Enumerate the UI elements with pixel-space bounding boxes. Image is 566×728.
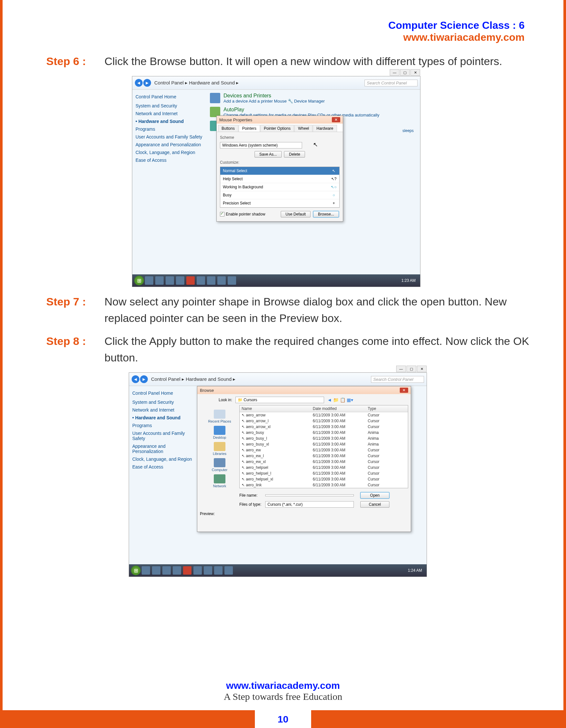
taskbar-icon[interactable] <box>228 276 236 285</box>
tab-wheel[interactable]: Wheel <box>294 125 312 132</box>
filename-input[interactable] <box>265 494 354 496</box>
taskbar-icon[interactable] <box>166 276 174 285</box>
taskbar-icon[interactable] <box>217 276 226 285</box>
file-list[interactable]: Name Date modified Type ↖ aero_arrow6/11… <box>239 405 408 488</box>
forward-button[interactable]: ► <box>140 375 148 383</box>
tab-pointer-options[interactable]: Pointer Options <box>261 125 294 132</box>
place-desktop[interactable]: Desktop <box>202 426 238 439</box>
file-row[interactable]: ↖ aero_busy_xl6/11/2009 3:00 AMAnima <box>240 441 408 447</box>
file-row[interactable]: ↖ aero_arrow_l6/11/2009 3:00 AMCursor <box>240 418 408 424</box>
sidebar-item[interactable]: System and Security <box>136 103 204 108</box>
taskbar-clock[interactable]: 1:24 AM <box>408 568 425 573</box>
file-row[interactable]: ↖ aero_arrow6/11/2009 3:00 AMCursor <box>240 412 408 418</box>
delete-button[interactable]: Delete <box>284 151 305 158</box>
pointer-item[interactable]: Busy○ <box>220 191 339 199</box>
file-row[interactable]: ↖ aero_helpsel6/11/2009 3:00 AMCursor <box>240 465 408 470</box>
sidebar-item-active[interactable]: •Hardware and Sound <box>132 415 194 420</box>
minimize-button[interactable]: — <box>390 69 399 76</box>
maximize-button[interactable]: ▢ <box>406 366 416 372</box>
sidebar-item[interactable]: Appearance and Personalization <box>132 444 194 454</box>
file-row[interactable]: ↖ aero_helpsel_xl6/11/2009 3:00 AMCursor <box>240 476 408 482</box>
sidebar-item[interactable]: Network and Internet <box>132 407 194 413</box>
taskbar-icon[interactable] <box>176 276 184 285</box>
save-as-button[interactable]: Save As... <box>255 151 282 158</box>
start-button[interactable]: ⊞ <box>131 566 141 575</box>
taskbar-icon[interactable] <box>162 566 171 575</box>
file-list-header[interactable]: Name Date modified Type <box>240 405 408 412</box>
place-recent[interactable]: Recent Places <box>202 410 238 423</box>
nav-icons[interactable]: ◄ 📁 📋 ▦▾ <box>327 397 353 403</box>
close-button[interactable]: ✕ <box>417 366 427 372</box>
browse-button[interactable]: Browse... <box>313 211 339 217</box>
pointer-list[interactable]: Normal Select↖ Help Select↖? Working In … <box>220 167 339 208</box>
sidebar-item[interactable]: System and Security <box>132 400 194 405</box>
cat-links[interactable]: Add a device Add a printer Mouse 🔧 Devic… <box>224 99 325 104</box>
start-button[interactable]: ⊞ <box>134 276 144 285</box>
breadcrumb[interactable]: Control Panel ▸ Hardware and Sound ▸ <box>151 376 236 382</box>
taskbar-icon[interactable] <box>173 566 181 575</box>
sidebar-item[interactable]: User Accounts and Family Safety <box>136 134 204 139</box>
filetype-dropdown[interactable]: Cursors (*.ani, *.cur) <box>265 501 354 508</box>
taskbar-icon[interactable] <box>152 566 161 575</box>
sidebar-home[interactable]: Control Panel Home <box>132 391 194 396</box>
file-row[interactable]: ↖ aero_ew_xl6/11/2009 3:00 AMCursor <box>240 459 408 465</box>
sidebar-home[interactable]: Control Panel Home <box>136 94 204 99</box>
tab-pointers[interactable]: Pointers <box>239 125 260 132</box>
file-row[interactable]: ↖ aero_ew_l6/11/2009 3:00 AMCursor <box>240 453 408 459</box>
place-network[interactable]: Network <box>202 474 238 488</box>
open-button[interactable]: Open <box>360 492 389 499</box>
taskbar-icon[interactable] <box>145 276 153 285</box>
taskbar-icon[interactable] <box>225 566 233 575</box>
sidebar-item[interactable]: User Accounts and Family Safety <box>132 431 194 441</box>
taskbar-icon[interactable] <box>204 566 212 575</box>
taskbar-icon[interactable] <box>214 566 223 575</box>
sidebar-item-active[interactable]: •Hardware and Sound <box>136 119 204 124</box>
taskbar-icon[interactable] <box>186 276 195 285</box>
sidebar-item[interactable]: Programs <box>136 127 204 132</box>
cat-title[interactable]: AutoPlay <box>224 107 379 113</box>
place-computer[interactable]: Computer <box>202 458 238 472</box>
place-libraries[interactable]: Libraries <box>202 442 238 456</box>
pointer-item[interactable]: Working In Background↖○ <box>220 183 339 191</box>
sidebar-item[interactable]: Appearance and Personalization <box>136 142 204 147</box>
pointer-item-selected[interactable]: Normal Select↖ <box>220 167 339 175</box>
pointer-item[interactable]: Help Select↖? <box>220 175 339 183</box>
sidebar-item[interactable]: Programs <box>132 423 194 428</box>
shadow-checkbox[interactable] <box>220 212 225 216</box>
col-date[interactable]: Date modified <box>313 406 368 411</box>
minimize-button[interactable]: — <box>396 366 406 372</box>
forward-button[interactable]: ► <box>143 79 151 87</box>
sidebar-item[interactable]: Ease of Access <box>136 158 204 163</box>
file-row[interactable]: ↖ aero_arrow_xl6/11/2009 3:00 AMCursor <box>240 424 408 430</box>
taskbar-icon[interactable] <box>155 276 164 285</box>
file-row[interactable]: ↖ aero_helpsel_l6/11/2009 3:00 AMCursor <box>240 470 408 476</box>
search-input[interactable]: Search Control Panel <box>371 376 424 383</box>
back-button[interactable]: ◄ <box>132 375 139 383</box>
sidebar-item[interactable]: Ease of Access <box>132 464 194 469</box>
taskbar-icon[interactable] <box>183 566 192 575</box>
pointer-item[interactable]: Precision Select+ <box>220 199 339 207</box>
taskbar-clock[interactable]: 1:23 AM <box>401 278 418 283</box>
sidebar-item[interactable]: Clock, Language, and Region <box>132 457 194 462</box>
sidebar-item[interactable]: Clock, Language, and Region <box>136 150 204 155</box>
file-row[interactable]: ↖ aero_busy6/11/2009 3:00 AMAnima <box>240 430 408 436</box>
lookin-dropdown[interactable]: 📁 Cursors <box>236 397 324 403</box>
dialog-close-button[interactable]: ✕ <box>332 117 340 122</box>
tab-hardware[interactable]: Hardware <box>313 125 337 132</box>
file-row[interactable]: ↖ aero_ew6/11/2009 3:00 AMCursor <box>240 447 408 453</box>
dialog-close-button[interactable]: ✕ <box>400 388 408 393</box>
taskbar-icon[interactable] <box>142 566 150 575</box>
sidebar-item[interactable]: Network and Internet <box>136 111 204 116</box>
tab-buttons[interactable]: Buttons <box>218 125 239 132</box>
cancel-button[interactable]: Cancel <box>360 501 389 508</box>
taskbar-icon[interactable] <box>207 276 216 285</box>
breadcrumb[interactable]: Control Panel ▸ Hardware and Sound ▸ <box>154 80 239 86</box>
cat-title[interactable]: Devices and Printers <box>224 93 325 99</box>
file-row[interactable]: ↖ aero_busy_l6/11/2009 3:00 AMAnima <box>240 436 408 441</box>
use-default-button[interactable]: Use Default <box>281 211 311 217</box>
col-type[interactable]: Type <box>368 406 387 411</box>
file-row[interactable]: ↖ aero_link6/11/2009 3:00 AMCursor <box>240 482 408 488</box>
back-button[interactable]: ◄ <box>135 79 143 87</box>
search-input[interactable]: Search Control Panel <box>364 80 417 86</box>
maximize-button[interactable]: ▢ <box>400 69 410 76</box>
